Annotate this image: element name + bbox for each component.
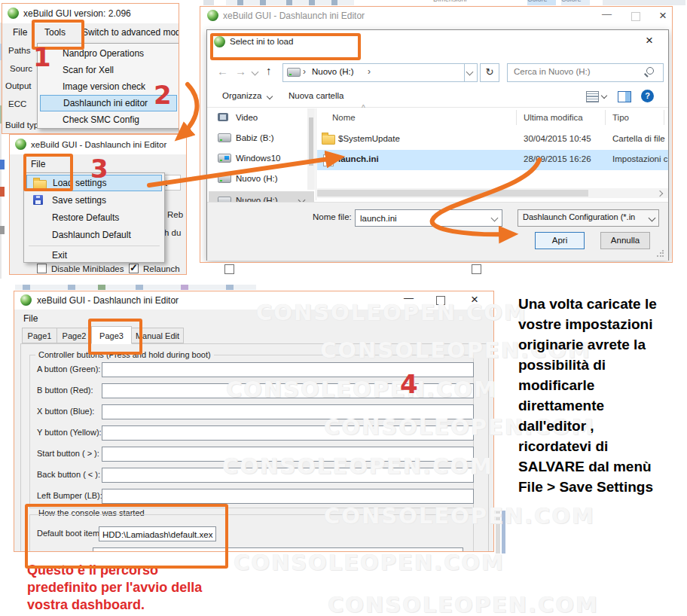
titlebar: xeBuild GUI version: 2.096 <box>2 4 179 23</box>
tutorial-canvas: Dimensioni Colore Colore xeBuild GUI ver… <box>0 0 687 616</box>
xebuild-app-icon <box>20 294 32 306</box>
refresh-button[interactable]: ↻ <box>480 63 499 82</box>
menu-item-exit[interactable]: Exit <box>26 247 162 264</box>
titlebar: xeBuild GUI - Dashlaunch ini Editor — × <box>14 291 493 310</box>
menu-switch-advanced[interactable]: Switch to advanced mode <box>82 27 179 38</box>
minimize-button[interactable]: — <box>602 8 612 20</box>
breadcrumb-drive[interactable]: Nuovo (H:) <box>312 67 354 76</box>
menu-item-dashlaunch-default[interactable]: Dashlaunch Default <box>26 227 162 243</box>
bg-fragment <box>331 0 337 5</box>
sidebar-item-babiz[interactable]: Babiz (B:) <box>210 130 305 148</box>
tab-manual-edit[interactable]: Manual Edit <box>131 328 184 343</box>
menu-file[interactable]: File <box>23 313 38 324</box>
file-row-launch-ini[interactable]: launch.ini 28/09/2015 16:26 Impostazioni… <box>317 150 668 170</box>
close-button[interactable]: × <box>471 292 478 307</box>
bg-checkbox-fragment <box>472 264 481 274</box>
filename-dropdown-icon[interactable] <box>491 215 499 222</box>
column-separator <box>605 110 606 125</box>
menu-item-check-smc[interactable]: Check SMC Config <box>40 111 177 128</box>
organizza-button[interactable]: Organizza <box>222 91 261 100</box>
menu-item-nandpro[interactable]: Nandpro Operations <box>40 45 177 62</box>
column-header-nome[interactable]: Nome <box>332 113 356 122</box>
cancel-button[interactable]: Annulla <box>600 232 650 249</box>
checkbox-disable-miniblades[interactable] <box>37 264 47 273</box>
input-start-button[interactable] <box>102 447 474 462</box>
bg-fragment <box>203 0 214 5</box>
drive-icon <box>287 68 301 77</box>
xebuild-app-icon <box>8 8 19 19</box>
save-icon <box>33 195 43 205</box>
input-left-bumper[interactable] <box>102 489 474 504</box>
sidebar-item-windows10[interactable]: Windows10 <box>210 151 305 169</box>
watermark: CONSOLEOPEN.COM <box>234 550 505 575</box>
breadcrumb[interactable]: › Nuovo (H:) › <box>282 63 465 82</box>
field-label-a: A button (Green): <box>37 364 100 374</box>
resize-grip[interactable] <box>656 250 664 258</box>
address-dropdown[interactable] <box>463 63 478 82</box>
field-label-start: Start button ( > ): <box>37 449 99 458</box>
checkbox-fragment-label: Reb <box>167 210 183 219</box>
filename-input[interactable]: launch.ini <box>355 209 502 227</box>
sidebar-item-nuovo-h[interactable]: Nuovo (H:) <box>210 171 305 189</box>
hscrollbar-thumb[interactable] <box>317 190 588 197</box>
file-row-systemupdate[interactable]: $SystemUpdate 30/04/2015 10:45 Cartella … <box>317 130 668 150</box>
tab-page3[interactable]: Page3 <box>91 326 132 344</box>
file-type: Cartella di file <box>612 134 665 143</box>
menu-file[interactable]: File <box>31 159 45 169</box>
scrollbar-thumb[interactable] <box>309 117 313 166</box>
nav-history-chevron-icon[interactable] <box>252 69 259 76</box>
search-input[interactable]: Cerca in Nuovo (H:) <box>507 63 664 82</box>
list-view-icon[interactable] <box>586 91 599 102</box>
menu-file[interactable]: File <box>13 27 27 38</box>
preview-pane-icon[interactable] <box>618 91 631 102</box>
menu-tools[interactable]: Tools <box>44 27 66 38</box>
menu-item-restore-defaults[interactable]: Restore Defaults <box>26 209 162 226</box>
bg-fragment <box>23 285 30 290</box>
input-x-button[interactable] <box>102 404 474 419</box>
column-header-tipo[interactable]: Tipo <box>612 113 629 122</box>
bg-fragment <box>496 511 500 553</box>
up-icon[interactable]: ↑ <box>266 64 272 77</box>
close-button[interactable]: × <box>659 8 667 23</box>
input-back-button[interactable] <box>102 468 474 483</box>
help-icon[interactable]: ? <box>641 90 654 102</box>
open-button[interactable]: Apri <box>535 232 585 249</box>
forward-icon[interactable]: → <box>235 65 246 78</box>
input-y-button[interactable] <box>102 425 474 441</box>
note-bottom: Questo è il percorso predefinito per l'a… <box>27 562 238 614</box>
field-label-back: Back button ( < ): <box>37 470 100 479</box>
bg-fragment <box>260 0 266 5</box>
dialog-close-icon[interactable]: × <box>646 33 653 48</box>
view-chevron-icon[interactable] <box>601 93 607 99</box>
tab-page2[interactable]: Page2 <box>56 328 92 343</box>
bg-fragment <box>181 285 188 290</box>
sidebar-item-video[interactable]: Video <box>210 110 305 128</box>
menu-item-save-settings[interactable]: Save settings <box>26 192 162 209</box>
tab-page1[interactable]: Page1 <box>22 328 57 343</box>
checkbox-relaunch[interactable] <box>129 264 139 273</box>
minimize-button[interactable]: — <box>404 292 414 303</box>
maximize-button[interactable] <box>631 12 640 21</box>
back-icon[interactable]: ← <box>217 65 228 78</box>
input-b-button[interactable] <box>102 383 474 398</box>
filetype-select[interactable]: Dashlaunch Configuration (*.in <box>518 209 659 227</box>
hscrollbar[interactable] <box>317 188 668 198</box>
boot-item-value: HDD:\Lamiadash\default.xex <box>102 530 212 539</box>
checkbox-relaunch-label: Relaunch <box>143 264 180 273</box>
note-line: SALVARE dal menù <box>518 456 685 477</box>
note-line: direttamente <box>518 395 685 416</box>
sidebar-scrollbar[interactable] <box>307 108 315 190</box>
input-default-boot-item[interactable]: HDD:\Lamiadash\default.xex <box>99 526 216 541</box>
maximize-button[interactable] <box>436 296 445 305</box>
column-header-modifica[interactable]: Ultima modifica <box>524 113 583 122</box>
bg-fragment-label: Dimensioni <box>433 0 480 5</box>
search-icon[interactable] <box>646 67 654 75</box>
input-partial-row[interactable] <box>93 547 463 552</box>
menu-item-scan-xell[interactable]: Scan for Xell <box>40 62 177 78</box>
input-a-button[interactable] <box>102 362 474 377</box>
dialog-icon <box>214 36 225 47</box>
filename-value: launch.ini <box>360 214 397 223</box>
step-number-4: 4 <box>400 369 418 399</box>
scroll-right-icon[interactable] <box>657 191 663 197</box>
nuova-cartella-button[interactable]: Nuova cartella <box>289 91 344 100</box>
